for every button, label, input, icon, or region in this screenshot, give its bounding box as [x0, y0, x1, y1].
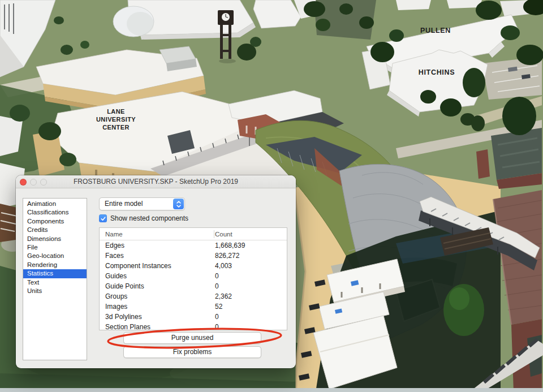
- table-row: Edges 1,668,639: [100, 240, 287, 251]
- scope-dropdown-value: Entire model: [105, 198, 143, 210]
- sidebar-item[interactable]: Text: [23, 278, 87, 287]
- zoom-button: [40, 179, 47, 186]
- table-row: Guide Points 0: [100, 281, 287, 291]
- sidebar-item[interactable]: Credits: [23, 226, 87, 234]
- sketchup-window: PULLEN HITCHINS LANE UNIVERSITY CENTER F…: [0, 0, 543, 392]
- minimize-button: [30, 179, 37, 186]
- model-info-dialog: FROSTBURG UNIVERSITY.SKP - SketchUp Pro …: [16, 175, 296, 368]
- sidebar-item[interactable]: Statistics: [23, 269, 87, 278]
- sidebar-item[interactable]: Geo-location: [23, 252, 87, 260]
- close-button[interactable]: [20, 179, 27, 186]
- building-label-pullen: PULLEN: [399, 27, 472, 35]
- building-label-hitchins: HITCHINS: [400, 68, 473, 76]
- sidebar-item[interactable]: Components: [23, 217, 87, 226]
- table-row: Component Instances 4,003: [100, 261, 287, 271]
- column-header-name: Name: [100, 228, 212, 240]
- table-row: Groups 2,362: [100, 291, 287, 301]
- fix-problems-button[interactable]: Fix problems: [123, 346, 261, 358]
- sidebar-item[interactable]: Rendering: [23, 261, 87, 269]
- sidebar-item[interactable]: Dimensions: [23, 235, 87, 243]
- sidewalk: [0, 388, 543, 392]
- column-header-count: Count: [212, 228, 287, 240]
- table-row: Faces 826,272: [100, 251, 287, 261]
- scope-dropdown[interactable]: Entire model: [99, 197, 185, 210]
- sidebar-item[interactable]: Animation: [23, 200, 87, 208]
- sidebar-item[interactable]: File: [23, 243, 87, 252]
- table-row: Section Planes 0: [100, 322, 287, 330]
- statistics-table[interactable]: Name Count Edges 1,668,639 Faces 826,272: [99, 227, 287, 330]
- stepper-icon: [173, 199, 184, 209]
- checkbox-checked-icon: [99, 214, 107, 222]
- sidebar-item[interactable]: Classifications: [23, 208, 87, 217]
- purge-unused-button[interactable]: Purge unused: [123, 332, 261, 344]
- table-row: Images 52: [100, 301, 287, 312]
- building-label-lane-university-center: LANE UNIVERSITY CENTER: [83, 107, 149, 131]
- table-header: Name Count: [100, 228, 287, 240]
- dialog-titlebar[interactable]: FROSTBURG UNIVERSITY.SKP - SketchUp Pro …: [16, 175, 296, 188]
- checkbox-label: Show nested components: [110, 214, 188, 222]
- table-row: Guides 0: [100, 271, 287, 281]
- table-body: Edges 1,668,639 Faces 826,272 Component …: [100, 240, 287, 330]
- dialog-title: FROSTBURG UNIVERSITY.SKP - SketchUp Pro …: [16, 175, 296, 188]
- show-nested-checkbox[interactable]: Show nested components: [99, 214, 188, 223]
- table-row: 3d Polylines 0: [100, 312, 287, 322]
- sidebar-item[interactable]: Units: [23, 287, 87, 295]
- model-info-sections-list[interactable]: Animation Classifications Components Cre…: [23, 198, 87, 360]
